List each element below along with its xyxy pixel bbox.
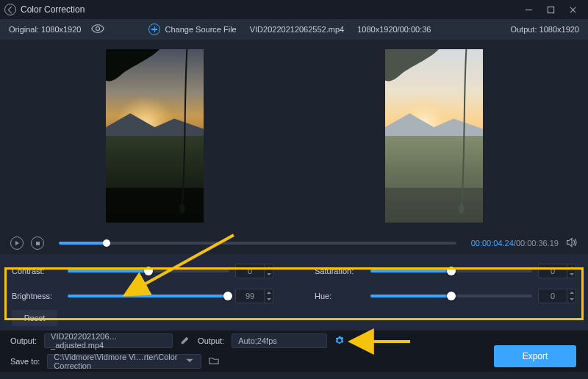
source-filename: VID20220212062552.mp4 (250, 25, 344, 34)
contrast-value-box[interactable]: 0 (235, 264, 273, 278)
volume-icon[interactable] (566, 237, 578, 249)
output-format-text: Auto;24fps (238, 336, 277, 345)
save-path-field[interactable]: C:\Vidmore\Vidmore Vi…rter\Color Correct… (47, 354, 201, 369)
output-file-label: Output: (10, 336, 37, 345)
brightness-slider[interactable] (68, 295, 229, 297)
reset-button[interactable]: Reset (12, 310, 57, 326)
contrast-label: Contrast: (12, 267, 62, 275)
saturation-step-up[interactable] (567, 264, 576, 271)
playback-bar: 00:00:04.24/00:00:36.19 (0, 232, 588, 254)
preview-canvas-output (385, 49, 483, 223)
output-filename-field[interactable]: VID2022021206…_adjusted.mp4 (44, 333, 173, 348)
play-button[interactable] (10, 237, 24, 250)
svg-point-4 (96, 27, 100, 31)
brightness-value-box[interactable]: 99 (235, 289, 273, 303)
saturation-slider[interactable] (370, 270, 532, 272)
plus-circle-icon (148, 24, 160, 35)
change-source-label: Change Source File (165, 25, 236, 34)
contrast-value: 0 (236, 264, 264, 278)
correction-panel: Contrast: 0 Saturation: 0 Brightness: 99… (0, 254, 588, 331)
hue-value: 0 (539, 289, 567, 303)
saturation-value: 0 (539, 264, 567, 278)
hue-step-down[interactable] (567, 296, 576, 303)
saturation-value-box[interactable]: 0 (538, 264, 576, 278)
brightness-step-up[interactable] (265, 289, 273, 296)
window-title: Color Correction (21, 4, 85, 15)
preview-canvas-original (106, 49, 204, 223)
source-meta: 1080x1920/00:00:36 (357, 25, 431, 34)
preview-toggle-icon[interactable] (91, 24, 104, 35)
export-button[interactable]: Export (494, 345, 576, 367)
close-button[interactable] (562, 0, 584, 19)
hue-slider[interactable] (370, 295, 532, 297)
open-folder-icon[interactable] (209, 355, 219, 367)
saturation-step-down[interactable] (567, 271, 576, 278)
save-path-text: C:\Vidmore\Vidmore Vi…rter\Color Correct… (54, 353, 180, 370)
output-resolution: Output: 1080x1920 (510, 25, 579, 34)
brightness-value: 99 (236, 289, 264, 303)
output-preview (294, 44, 573, 228)
contrast-slider[interactable] (68, 270, 229, 272)
brightness-label: Brightness: (12, 292, 62, 300)
minimize-button[interactable] (517, 0, 539, 19)
seek-slider[interactable] (59, 242, 456, 245)
contrast-step-up[interactable] (265, 264, 273, 271)
brightness-step-down[interactable] (265, 296, 273, 303)
source-info-bar: Original: 1080x1920 Change Source File V… (0, 19, 588, 40)
settings-gear-icon[interactable] (334, 335, 345, 347)
save-to-label: Save to: (10, 357, 40, 366)
hue-value-box[interactable]: 0 (538, 289, 576, 303)
rename-icon[interactable] (180, 335, 190, 347)
hue-label: Hue: (315, 292, 365, 300)
contrast-step-down[interactable] (265, 271, 273, 278)
hue-step-up[interactable] (567, 289, 576, 296)
output-format-field[interactable]: Auto;24fps (232, 333, 327, 348)
app-icon (4, 4, 16, 15)
output-format-label: Output: (198, 336, 224, 345)
titlebar: Color Correction (0, 0, 588, 19)
chevron-down-icon (184, 355, 195, 367)
saturation-label: Saturation: (315, 267, 365, 275)
change-source-button[interactable]: Change Source File (148, 24, 236, 35)
svg-rect-1 (548, 7, 553, 12)
maximize-button[interactable] (539, 0, 562, 19)
original-label: Original: 1080x1920 (9, 25, 81, 34)
stop-button[interactable] (31, 237, 44, 250)
time-display: 00:00:04.24/00:00:36.19 (471, 239, 559, 248)
original-preview (15, 44, 294, 228)
output-filename-text: VID2022021206…_adjusted.mp4 (51, 332, 166, 350)
preview-area (0, 40, 588, 232)
